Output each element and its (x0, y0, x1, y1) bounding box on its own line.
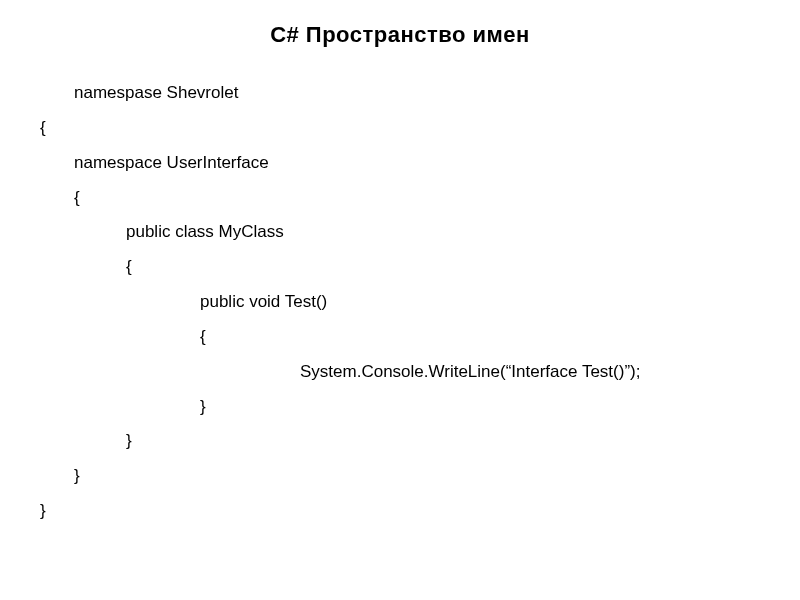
code-line: { (40, 111, 760, 146)
code-line: } (40, 459, 760, 494)
code-line: { (40, 181, 760, 216)
code-line: public class MyClass (40, 215, 760, 250)
code-block: namespase Shevrolet { namespace UserInte… (40, 76, 760, 529)
code-line: { (40, 250, 760, 285)
code-line: public void Test() (40, 285, 760, 320)
code-line: namespase Shevrolet (40, 76, 760, 111)
code-line: } (40, 424, 760, 459)
slide-title: C# Пространство имен (40, 22, 760, 48)
code-line: } (40, 390, 760, 425)
code-line: } (40, 494, 760, 529)
code-line: System.Console.WriteLine(“Interface Test… (40, 355, 760, 390)
code-line: { (40, 320, 760, 355)
code-line: namespace UserInterface (40, 146, 760, 181)
